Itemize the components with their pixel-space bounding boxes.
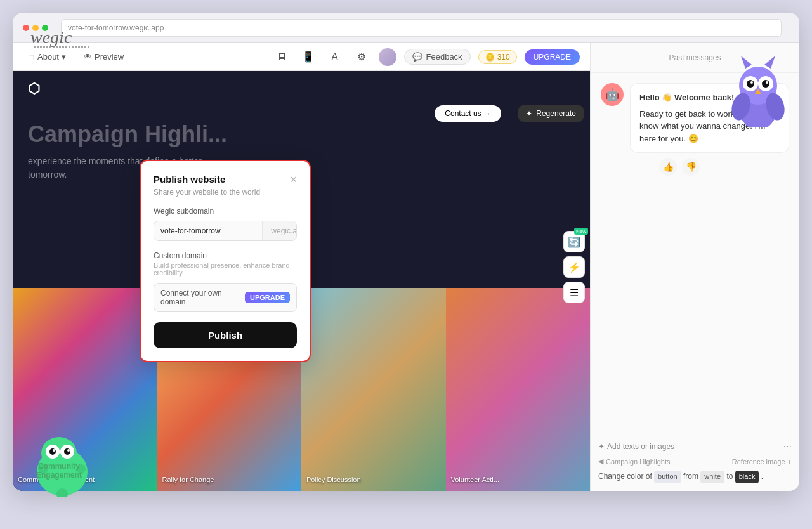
thumbs-up-button[interactable]: 👍 [659, 158, 677, 176]
preview-label: Preview [95, 52, 124, 62]
feedback-button[interactable]: 💬 Feedback [404, 49, 471, 65]
canvas-area: ◻ About ▾ 👁 Preview 🖥 📱 A ⚙ 💬 Feed [13, 43, 590, 491]
dot-red [23, 25, 29, 31]
coin-icon: 🪙 [485, 53, 495, 62]
modal-subtitle: Share your website to the world [154, 188, 297, 197]
about-label: About [37, 52, 59, 62]
user-avatar [379, 48, 396, 66]
period: . [761, 472, 763, 481]
settings-button[interactable]: ⚙ [352, 48, 371, 67]
chat-section-label: ◀ Campaign Highlights Reference image + [598, 457, 792, 466]
browser-topbar: vote-for-tomorrow.wegic.app [13, 13, 799, 43]
chat-input-area: ✦ Add texts or images ··· ◀ Campaign Hig… [591, 433, 799, 491]
modal-overlay: Publish website × Share your website to … [13, 71, 590, 491]
purple-owl-mascot [730, 51, 787, 121]
publish-button[interactable]: Publish [154, 322, 297, 348]
toolbar-right: 🖥 📱 A ⚙ 💬 Feedback 🪙 310 UPGRADE [272, 48, 580, 67]
desktop-view-button[interactable]: 🖥 [272, 48, 291, 67]
editor-area: ◻ About ▾ 👁 Preview 🖥 📱 A ⚙ 💬 Feed [13, 43, 799, 491]
subdomain-section-label: Wegic subdomain [154, 207, 297, 216]
custom-domain-section: Custom domain Build professional presenc… [154, 251, 297, 312]
chat-messages: 🤖 Hello 👋 Welcome back! Ready to get bac… [591, 73, 799, 433]
custom-domain-upgrade-button[interactable]: UPGRADE [245, 292, 290, 303]
svg-point-9 [762, 80, 769, 88]
button-tag: button [654, 471, 681, 483]
about-chevron: ▾ [62, 52, 66, 62]
svg-point-11 [766, 81, 768, 84]
eye-icon: 👁 [84, 52, 92, 62]
publish-modal: Publish website × Share your website to … [140, 160, 311, 362]
feedback-label: Feedback [426, 52, 462, 62]
chat-bottom-text: Change color of button from white to bla… [598, 471, 792, 483]
mobile-view-button[interactable]: 📱 [299, 48, 318, 67]
custom-domain-desc: Build professional presence, enhance bra… [154, 261, 297, 277]
svg-point-10 [750, 81, 753, 84]
modal-title: Publish website [154, 174, 225, 185]
modal-close-button[interactable]: × [290, 174, 297, 185]
black-tag: black [735, 471, 759, 483]
bot-avatar: 🤖 [601, 83, 624, 106]
chat-reactions: 👍 👎 [630, 158, 789, 176]
from-label: from [683, 472, 698, 481]
custom-domain-title: Custom domain [154, 251, 297, 260]
coin-badge: 🪙 310 [478, 50, 517, 64]
chat-input-tools: ✦ Add texts or images ··· [598, 441, 792, 452]
more-options-button[interactable]: ··· [783, 441, 792, 452]
add-content-label: Add texts or images [607, 442, 674, 451]
coin-count: 310 [497, 53, 510, 62]
section-name: Campaign Highlights [606, 458, 671, 466]
subdomain-suffix: .wegic.app [262, 221, 297, 240]
wegic-logo: wegic [30, 23, 94, 53]
editor-toolbar: ◻ About ▾ 👁 Preview 🖥 📱 A ⚙ 💬 Feed [13, 43, 590, 71]
browser-addressbar: vote-for-tomorrow.wegic.app [61, 19, 782, 37]
feedback-icon: 💬 [412, 52, 422, 62]
svg-marker-4 [741, 56, 752, 69]
subdomain-input-row: .wegic.app [154, 221, 297, 241]
white-tag: white [700, 471, 724, 483]
svg-point-8 [747, 80, 754, 88]
upgrade-button[interactable]: UPGRADE [525, 49, 580, 65]
subdomain-input[interactable] [154, 221, 262, 240]
text-format-button[interactable]: A [325, 48, 344, 67]
modal-header: Publish website × [154, 174, 297, 185]
to-label: to [726, 472, 733, 481]
add-content-button[interactable]: ✦ Add texts or images [598, 442, 674, 451]
connect-domain-label: Connect your own domain [160, 289, 245, 306]
thumbs-down-button[interactable]: 👎 [682, 158, 700, 176]
section-arrow-icon: ◀ [598, 457, 603, 466]
plus-icon: ✦ [598, 442, 605, 451]
custom-domain-row: Connect your own domain UPGRADE [154, 283, 297, 312]
svg-text:wegic: wegic [30, 27, 72, 47]
svg-marker-5 [764, 56, 775, 69]
add-reference-icon: + [788, 458, 792, 466]
about-icon: ◻ [28, 52, 35, 62]
change-color-prefix: Change color of [598, 472, 652, 481]
reference-label: Reference image [732, 458, 785, 466]
browser-shell: vote-for-tomorrow.wegic.app ◻ About ▾ 👁 … [13, 13, 799, 491]
